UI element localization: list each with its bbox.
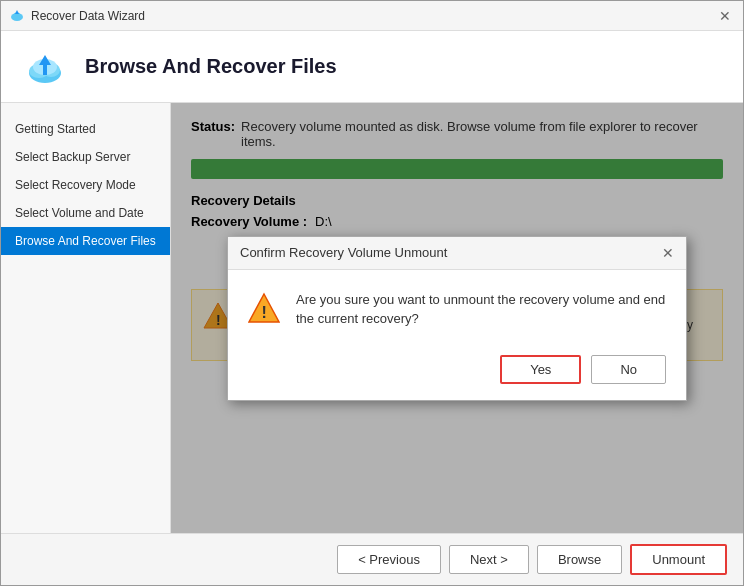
svg-point-0 [11, 13, 23, 21]
window-title: Recover Data Wizard [31, 9, 145, 23]
main-window: Recover Data Wizard ✕ Browse And Recover… [0, 0, 744, 586]
modal-close-button[interactable]: ✕ [662, 245, 674, 261]
header: Browse And Recover Files [1, 31, 743, 103]
sidebar-item-browse-recover-files[interactable]: Browse And Recover Files [1, 227, 170, 255]
main-panel: Status: Recovery volume mounted as disk.… [171, 103, 743, 533]
unmount-button[interactable]: Unmount [630, 544, 727, 575]
footer: < Previous Next > Browse Unmount [1, 533, 743, 585]
window-close-button[interactable]: ✕ [715, 6, 735, 26]
modal-yes-button[interactable]: Yes [500, 355, 581, 384]
sidebar-item-select-backup-server[interactable]: Select Backup Server [1, 143, 170, 171]
sidebar: Getting Started Select Backup Server Sel… [1, 103, 171, 533]
modal-body: ! Are you sure you want to unmount the r… [228, 270, 686, 345]
previous-button[interactable]: < Previous [337, 545, 441, 574]
next-button[interactable]: Next > [449, 545, 529, 574]
svg-rect-7 [43, 65, 47, 75]
svg-marker-1 [15, 10, 19, 14]
header-icon [21, 43, 69, 91]
window-icon [9, 8, 25, 24]
modal-title: Confirm Recovery Volume Unmount [240, 245, 447, 260]
page-title: Browse And Recover Files [85, 55, 337, 78]
sidebar-item-select-volume-date[interactable]: Select Volume and Date [1, 199, 170, 227]
modal-title-bar: Confirm Recovery Volume Unmount ✕ [228, 237, 686, 270]
modal-no-button[interactable]: No [591, 355, 666, 384]
browse-button[interactable]: Browse [537, 545, 622, 574]
confirm-dialog: Confirm Recovery Volume Unmount ✕ ! Are … [227, 236, 687, 401]
modal-footer: Yes No [228, 345, 686, 400]
modal-message: Are you sure you want to unmount the rec… [296, 290, 666, 329]
title-bar: Recover Data Wizard ✕ [1, 1, 743, 31]
svg-text:!: ! [262, 304, 267, 321]
content-area: Getting Started Select Backup Server Sel… [1, 103, 743, 533]
sidebar-item-getting-started[interactable]: Getting Started [1, 115, 170, 143]
modal-overlay: Confirm Recovery Volume Unmount ✕ ! Are … [171, 103, 743, 533]
modal-warning-icon: ! [248, 292, 280, 324]
title-bar-left: Recover Data Wizard [9, 8, 145, 24]
sidebar-item-select-recovery-mode[interactable]: Select Recovery Mode [1, 171, 170, 199]
